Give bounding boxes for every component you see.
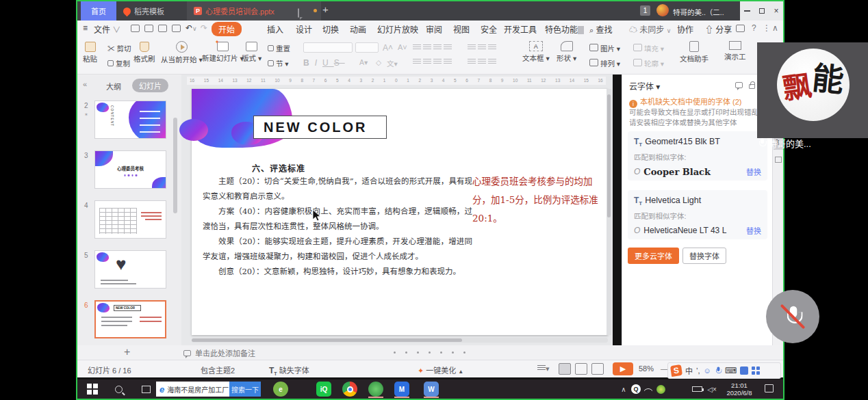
print-icon[interactable]: [158, 25, 167, 34]
text-effect-icon[interactable]: 文▾: [387, 58, 398, 68]
microphone-muted-button[interactable]: [766, 290, 819, 343]
outline-button[interactable]: 轮廓 ▾: [633, 58, 664, 68]
font-name-select[interactable]: [303, 42, 353, 53]
add-slide-button[interactable]: +: [124, 346, 130, 358]
more-menu-icon[interactable]: ⋮: [763, 23, 771, 33]
menu-item-devtools[interactable]: 开发工具: [504, 23, 537, 35]
font-shrink-icon[interactable]: A˅: [398, 43, 407, 51]
font-style-buttons[interactable]: BIUS: [303, 58, 345, 68]
preview-icon[interactable]: [172, 25, 181, 34]
redo-icon[interactable]: ↷: [201, 23, 207, 33]
sogou-icon[interactable]: S: [670, 364, 682, 377]
collapse-ribbon-icon[interactable]: ∧: [772, 23, 778, 33]
menu-item-design[interactable]: 设计: [296, 23, 312, 35]
replace-link[interactable]: 替换: [746, 166, 761, 177]
account-avatar[interactable]: [656, 4, 669, 16]
ime-keyboard-icon[interactable]: ⌨: [725, 366, 737, 375]
tray-battery-icon[interactable]: [689, 381, 705, 397]
font-size-select[interactable]: [355, 42, 379, 53]
menu-item-animation[interactable]: 动画: [350, 23, 366, 35]
ime-skin-icon[interactable]: [740, 366, 748, 375]
ime-toolbar[interactable]: S 中 ’, ☺ ⌨: [667, 362, 781, 379]
format-painter-button[interactable]: 格式刷: [133, 42, 155, 64]
tab-home[interactable]: 首页: [81, 1, 116, 21]
ime-emoji-icon[interactable]: ☺: [704, 366, 711, 375]
menu-item-view[interactable]: 视图: [453, 23, 470, 35]
fill-button[interactable]: 填充 ▾: [633, 43, 664, 53]
app-icon-iqiyi[interactable]: iQ: [316, 381, 332, 397]
tab-comment-icon[interactable]: [298, 8, 299, 18]
task-view-icon[interactable]: [138, 381, 154, 397]
menu-item-transition[interactable]: 切换: [322, 23, 339, 35]
slide-thumbnail-2[interactable]: CONTENT: [94, 101, 166, 139]
cut-button[interactable]: ✂ 剪切: [107, 43, 131, 53]
collapse-panel-button[interactable]: «: [83, 80, 87, 88]
tab-slides[interactable]: 幻灯片: [132, 79, 168, 92]
slide-heading[interactable]: 六、评选标准: [252, 162, 305, 174]
bullet-list-icons[interactable]: [413, 44, 452, 52]
slide-title-box[interactable]: NEW COLOR: [253, 116, 387, 139]
slide-thumbnail-6-current[interactable]: NEW COLOR: [94, 300, 166, 338]
doc-assistant-button[interactable]: 文档助手: [680, 41, 709, 64]
restore-icon[interactable]: [759, 8, 765, 14]
collab-button[interactable]: 协作: [677, 23, 693, 35]
paste-button[interactable]: 粘贴: [83, 42, 97, 64]
ime-toolbox-icon[interactable]: [752, 366, 760, 375]
app-icon-browser[interactable]: e: [272, 381, 289, 397]
present-tool-button[interactable]: 演示工: [724, 41, 746, 62]
replace-fonts-button[interactable]: 替换字体: [682, 248, 726, 264]
slide-red-note[interactable]: 心理委员班会考核参与的均加分，加1-5分，比例为评选标准20:1。: [472, 172, 607, 228]
zoom-level[interactable]: 58%: [639, 364, 654, 373]
app-icon-wps[interactable]: W: [423, 381, 439, 397]
layout-button[interactable]: 版式 ▾: [242, 42, 261, 63]
export-icon[interactable]: [144, 25, 153, 34]
section-button[interactable]: 节 ▾: [268, 58, 289, 68]
slide-body-text[interactable]: 主题（20）：切合“关爱生命,悦纳自我”，适合以班会的形式开展，具有现实意义和教…: [203, 174, 472, 279]
copy-button[interactable]: 复制: [107, 58, 130, 68]
vertical-scrollbar[interactable]: [607, 89, 611, 335]
taskbar-search-box[interactable]: e 海南不是房产加工厂: [156, 382, 229, 397]
app-icon-chrome[interactable]: [342, 381, 358, 397]
search-button[interactable]: ⌕ 查找: [589, 23, 613, 35]
ime-voice-icon[interactable]: [715, 366, 721, 375]
notification-center-icon[interactable]: [765, 384, 774, 392]
notes-placeholder-row[interactable]: 单击此处添加备注: [183, 347, 255, 358]
menu-item-review[interactable]: 审阅: [426, 23, 442, 35]
reset-button[interactable]: 重置: [268, 43, 290, 53]
message-count-badge[interactable]: 1: [640, 5, 650, 16]
thumbnail-scrollbar[interactable]: [173, 118, 177, 213]
slide-editor[interactable]: NEW COLOR 六、评选标准 主题（20）：切合“关爱生命,悦纳自我”，适合…: [192, 89, 608, 335]
app-icon-meeting[interactable]: M: [394, 381, 410, 397]
horizontal-scrollbar[interactable]: [192, 338, 608, 343]
shape-button[interactable]: 形状 ▾: [557, 41, 576, 63]
replace-link[interactable]: 替换: [746, 225, 761, 236]
menu-item-features[interactable]: 特色功能: [545, 23, 584, 35]
save-icon[interactable]: [131, 25, 140, 34]
notes-splitter-dots[interactable]: [394, 351, 465, 354]
theme-info[interactable]: 包含主题2: [201, 364, 235, 375]
slide-thumbnail-4[interactable]: [94, 200, 166, 239]
search-go-button[interactable]: 搜索一下: [229, 382, 261, 397]
normal-view-button[interactable]: [559, 363, 571, 375]
panel-pin-icon[interactable]: [749, 84, 755, 89]
menu-item-insert[interactable]: 插入: [267, 23, 283, 35]
slide-thumbnail-5[interactable]: ♥: [94, 250, 166, 289]
reading-view-button[interactable]: [591, 363, 604, 375]
new-slide-button[interactable]: ✦ 新建幻灯片 ▾: [202, 42, 244, 63]
sync-status[interactable]: ☁ 未同步 ∨: [629, 23, 671, 35]
display-settings-icon[interactable]: [736, 25, 745, 34]
hamburger-icon[interactable]: ≡: [83, 23, 88, 33]
arrange-button[interactable]: 排列 ▾: [589, 58, 620, 68]
missing-font-status[interactable]: TT 缺失字体: [269, 364, 309, 376]
panel-comment-icon[interactable]: [735, 82, 743, 88]
more-cloud-fonts-button[interactable]: 更多云字体: [628, 248, 679, 264]
taskbar-clock[interactable]: 21:01 2020/6/8: [719, 382, 759, 397]
slideshow-play-button[interactable]: ▶: [613, 362, 633, 375]
taskbar-search-icon[interactable]: [110, 381, 127, 397]
sorter-view-button[interactable]: [575, 363, 587, 375]
menu-item-home[interactable]: 开始: [212, 22, 242, 36]
tab-docer-templates[interactable]: 稻壳模板: [116, 1, 171, 21]
close-icon[interactable]: ×: [774, 7, 778, 15]
indent-icons[interactable]: [468, 58, 496, 66]
clear-format-icon[interactable]: ◇: [376, 58, 381, 66]
